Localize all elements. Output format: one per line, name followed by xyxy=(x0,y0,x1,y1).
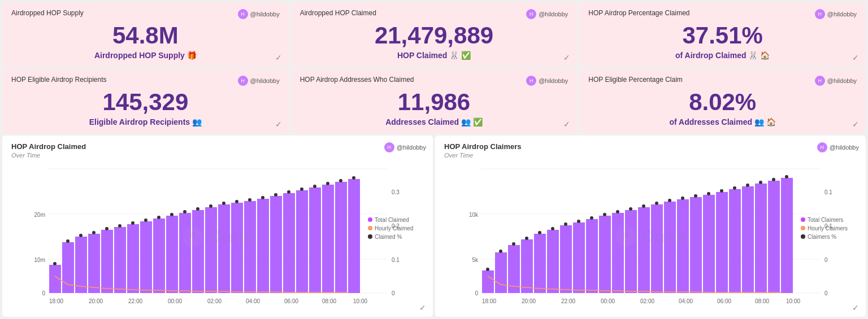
svg-point-51 xyxy=(235,200,238,203)
svg-text:0.1: 0.1 xyxy=(824,189,832,195)
svg-text:04:00: 04:00 xyxy=(246,298,260,304)
stat-title: Airdropped HOP Claimed xyxy=(300,9,376,17)
svg-point-49 xyxy=(209,204,212,208)
avatar-icon: H xyxy=(815,9,825,19)
avatar-icon: H xyxy=(817,142,827,152)
stat-label: HOP Claimed 🐰 ✅ xyxy=(300,51,568,60)
svg-rect-15 xyxy=(75,237,87,293)
svg-text:22:00: 22:00 xyxy=(128,298,142,304)
svg-text:10:00: 10:00 xyxy=(353,298,367,304)
dashboard: Airdropped HOP Supply H @hildobby 54.8M … xyxy=(0,0,868,319)
svg-rect-19 xyxy=(127,224,139,293)
author-label: @hildobby xyxy=(827,11,857,18)
author-label: @hildobby xyxy=(250,77,280,84)
svg-rect-103 xyxy=(664,202,676,293)
svg-text:18:00: 18:00 xyxy=(49,298,63,304)
svg-rect-94 xyxy=(547,230,559,293)
stats-row-2: HOP Eligible Airdrop Recipients H @hildo… xyxy=(2,69,866,133)
svg-text:0: 0 xyxy=(824,290,828,296)
check-icon: ✓ xyxy=(275,53,282,62)
svg-point-119 xyxy=(564,222,567,226)
avatar-icon: H xyxy=(238,76,248,86)
svg-text:5k: 5k xyxy=(472,257,479,263)
svg-point-120 xyxy=(577,220,580,223)
check-icon: ✓ xyxy=(563,53,570,62)
svg-point-113 xyxy=(486,268,489,271)
svg-point-60 xyxy=(352,176,355,180)
svg-point-53 xyxy=(261,196,264,199)
svg-rect-105 xyxy=(690,197,702,293)
stat-title: HOP Eligible Percentage Claim xyxy=(588,76,683,84)
svg-text:Claimed %: Claimed % xyxy=(375,234,402,240)
svg-rect-98 xyxy=(599,216,611,293)
svg-rect-89 xyxy=(482,270,494,293)
svg-point-116 xyxy=(525,237,528,240)
stat-label: Addresses Claimed 👥 ✅ xyxy=(300,117,568,126)
svg-rect-93 xyxy=(534,234,546,293)
avatar-icon: H xyxy=(815,76,825,86)
svg-rect-23 xyxy=(179,213,191,293)
svg-point-57 xyxy=(313,185,316,188)
svg-point-52 xyxy=(248,198,251,202)
svg-text:0.1: 0.1 xyxy=(392,257,400,263)
svg-text:0: 0 xyxy=(42,290,45,296)
svg-point-118 xyxy=(551,227,554,230)
svg-point-114 xyxy=(499,250,502,253)
stat-label: Eligible Airdrop Recipients 👥 xyxy=(11,117,280,126)
svg-point-48 xyxy=(196,207,199,211)
svg-point-47 xyxy=(183,210,186,213)
svg-text:0.3: 0.3 xyxy=(392,189,400,195)
svg-point-38 xyxy=(66,239,70,243)
stat-author: H @hildobby xyxy=(238,9,280,19)
stat-card-header: HOP Airdrop Addresses Who Claimed H @hil… xyxy=(300,76,568,86)
avatar-icon: H xyxy=(526,9,536,19)
stats-row-1: Airdropped HOP Supply H @hildobby 54.8M … xyxy=(2,2,866,67)
svg-point-40 xyxy=(92,231,96,234)
author-label: @hildobby xyxy=(827,77,857,84)
stat-author: H @hildobby xyxy=(526,9,568,19)
stat-number: 54.8M xyxy=(11,23,280,49)
check-icon: ✓ xyxy=(563,120,570,129)
svg-rect-92 xyxy=(521,239,533,293)
svg-text:02:00: 02:00 xyxy=(207,298,222,304)
svg-text:Total Claimers: Total Claimers xyxy=(808,217,843,223)
stat-author: H @hildobby xyxy=(526,76,568,86)
svg-rect-112 xyxy=(781,178,793,293)
stat-card-hop-addresses-claimed: HOP Airdrop Addresses Who Claimed H @hil… xyxy=(291,69,578,133)
svg-text:08:00: 08:00 xyxy=(755,298,769,304)
svg-rect-109 xyxy=(742,186,754,293)
svg-point-117 xyxy=(538,231,541,234)
stat-card-hop-airdrop-percentage: HOP Airdrop Percentage Claimed H @hildob… xyxy=(579,2,866,67)
stat-author: H @hildobby xyxy=(815,76,857,86)
svg-rect-110 xyxy=(755,183,767,293)
check-icon: ✓ xyxy=(852,303,859,312)
svg-point-124 xyxy=(629,207,632,211)
svg-point-121 xyxy=(590,216,593,220)
chart-card-hop-airdrop-claimed: HOP Airdrop Claimed Over Time H @hildobb… xyxy=(2,136,433,317)
chart-author: H @hildobby xyxy=(817,142,859,152)
stat-card-hop-eligible-recipients: HOP Eligible Airdrop Recipients H @hildo… xyxy=(2,69,289,133)
svg-point-123 xyxy=(616,210,619,213)
svg-text:06:00: 06:00 xyxy=(717,298,731,304)
svg-rect-25 xyxy=(205,207,217,293)
svg-point-42 xyxy=(118,224,121,228)
svg-text:04:00: 04:00 xyxy=(679,298,693,304)
svg-point-46 xyxy=(170,213,173,216)
chart-card-hop-airdrop-claimers: HOP Airdrop Claimers Over Time H @hildob… xyxy=(435,136,866,317)
author-label: @hildobby xyxy=(539,77,568,84)
svg-rect-34 xyxy=(322,185,334,293)
svg-rect-90 xyxy=(495,252,507,293)
svg-rect-99 xyxy=(612,213,624,293)
svg-rect-33 xyxy=(309,187,321,293)
svg-point-45 xyxy=(157,216,160,219)
check-icon: ✓ xyxy=(275,120,282,129)
chart-subtitle: Over Time xyxy=(444,152,857,159)
svg-rect-18 xyxy=(114,227,126,293)
svg-point-127 xyxy=(668,199,671,202)
svg-rect-28 xyxy=(244,201,256,293)
svg-text:20m: 20m xyxy=(34,212,45,218)
author-label: @hildobby xyxy=(250,11,280,18)
svg-rect-24 xyxy=(192,210,204,293)
stat-card-hop-eligible-percentage: HOP Eligible Percentage Claim H @hildobb… xyxy=(579,69,866,133)
stat-number: 21,479,889 xyxy=(300,23,568,49)
